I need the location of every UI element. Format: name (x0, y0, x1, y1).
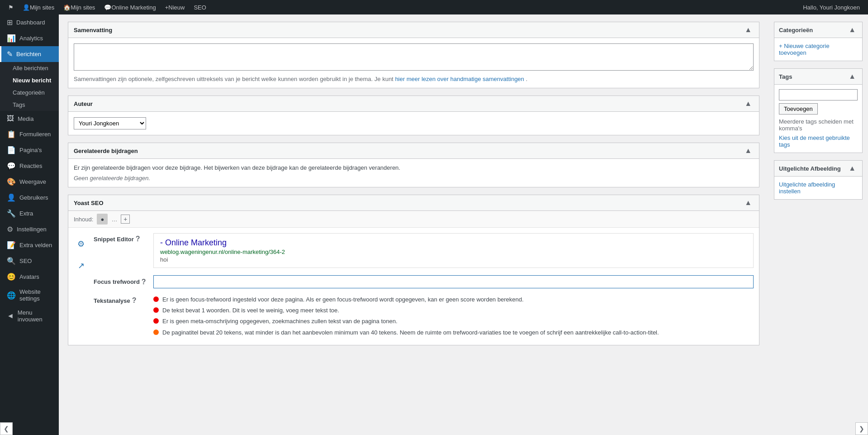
gerelateerde-body: Er zijn gerelateerde bijdragen voor deze… (68, 159, 759, 187)
home-icon: 🏠 (63, 4, 71, 11)
snippet-description: hoi (160, 256, 747, 263)
snippet-preview: - Online Marketing weblog.wageningenur.n… (153, 233, 754, 268)
yoast-add-tab[interactable]: + (121, 215, 130, 224)
paginas-icon: 📄 (7, 146, 16, 154)
focus-keyword-label: Focus trefwoord ? (94, 278, 148, 286)
snippet-url: weblog.wageningenur.nl/online-marketing/… (160, 249, 747, 255)
analysis-items: Er is geen focus-trefwoord ingesteld voo… (153, 296, 754, 339)
analysis-item-4: De paginatitel bevat 20 tekens, wat mind… (153, 329, 754, 337)
summary-description: Samenvattingen zijn optionele, zelfgesch… (74, 76, 754, 82)
adminbar-my-sites[interactable]: 👤 Mijn sites (18, 0, 59, 14)
sidebar-item-seo[interactable]: 🔍 SEO (0, 253, 59, 269)
sidebar-item-extra[interactable]: 🔧 Extra (0, 206, 59, 221)
summary-textarea[interactable] (74, 43, 754, 71)
adminbar-wp-logo[interactable]: ⚑ (4, 0, 18, 14)
snippet-help-icon[interactable]: ? (136, 235, 140, 243)
submenu-berichten: Alle berichten Nieuw bericht Categorieën… (0, 62, 59, 111)
sidebar-item-avatars[interactable]: 😊 Avatars (0, 269, 59, 285)
admin-menu: ⊞ Dashboard 📊 Analytics ✎ Berichten Alle… (0, 14, 59, 435)
yoast-body: Inhoud: ● … + ⚙ ↗ (68, 211, 759, 345)
set-featured-image-link[interactable]: Uitgelichte afbeelding instellen (779, 181, 835, 195)
bullet-red-2 (153, 307, 159, 313)
sidebar-item-website-settings[interactable]: 🌐 Website settings (0, 285, 59, 306)
berichten-icon: ✎ (7, 50, 13, 58)
sidebar-item-instellingen[interactable]: ⚙ Instellingen (0, 221, 59, 237)
adminbar-right: Hallo, Youri Jongkoen (798, 4, 864, 11)
comments-icon: 💬 (104, 4, 111, 11)
focus-help-icon[interactable]: ? (142, 278, 146, 286)
sidebar-item-formulieren[interactable]: 📋 Formulieren (0, 126, 59, 142)
sidebar-item-analytics[interactable]: 📊 Analytics (0, 30, 59, 46)
sidebar-item-menu-invouwen[interactable]: ◄ Menu invouwen (0, 306, 59, 326)
gerelateerde-box: Gerelateerde bijdragen ▲ Er zijn gerelat… (68, 143, 759, 187)
collapse-icon: ◄ (7, 312, 14, 320)
analysis-help-icon[interactable]: ? (132, 296, 137, 305)
auteur-toggle[interactable]: ▲ (743, 100, 754, 108)
choose-tags-link[interactable]: Kies uit de meest gebruikte tags (779, 134, 850, 148)
nav-right-icon: ❯ (859, 425, 864, 432)
bullet-orange-1 (153, 330, 159, 335)
yoast-content-area: ⚙ ↗ Snippet Editor ? (68, 228, 759, 345)
site-name-label: Mijn sites (71, 4, 95, 11)
submenu-tags[interactable]: Tags (0, 99, 59, 111)
adminbar-new[interactable]: + Nieuw (161, 0, 190, 14)
main-content: Samenvatting ▲ Samenvattingen zijn optio… (59, 14, 768, 435)
sidebar-item-weergave[interactable]: 🎨 Weergave (0, 174, 59, 190)
nav-left-button[interactable]: ❮ (0, 422, 13, 435)
submenu-categorieen[interactable]: Categorieën (0, 86, 59, 99)
gerelateerde-none: Geen gerelateerde bijdragen. (74, 175, 754, 182)
right-sidebar: Categorieën ▲ + Nieuwe categorie toevoeg… (768, 14, 868, 435)
yoast-toggle[interactable]: ▲ (743, 199, 754, 207)
add-category-link[interactable]: + Nieuwe categorie toevoegen (779, 43, 830, 56)
tags-add-button[interactable]: Toevoegen (779, 103, 818, 115)
focus-keyword-row: Focus trefwoord ? (94, 275, 754, 288)
submenu-alle-berichten[interactable]: Alle berichten (0, 62, 59, 74)
yoast-content-tab[interactable]: ● (97, 214, 108, 225)
yoast-gear-button[interactable]: ⚙ (74, 237, 88, 251)
sidebar-item-gebruikers[interactable]: 👤 Gebruikers (0, 190, 59, 206)
categorieen-sidebar-body: + Nieuwe categorie toevoegen (774, 38, 862, 61)
adminbar-seo[interactable]: SEO (189, 0, 210, 14)
media-icon: 🖼 (7, 115, 14, 123)
yoast-title: Yoast SEO (74, 200, 104, 206)
analysis-item-2: De tekst bevat 1 woorden. Dit is veel te… (153, 306, 754, 315)
auteur-box: Auteur ▲ Youri Jongkoen (68, 96, 759, 135)
avatars-icon: 😊 (7, 272, 16, 281)
author-select-wrap: Youri Jongkoen (74, 117, 754, 129)
instellingen-icon: ⚙ (7, 225, 13, 234)
yoast-share-button[interactable]: ↗ (74, 258, 88, 273)
sidebar-item-extra-velden[interactable]: 📝 Extra velden (0, 237, 59, 253)
adminbar-site-name[interactable]: 🏠 Mijn sites (59, 0, 100, 14)
author-select[interactable]: Youri Jongkoen (74, 117, 146, 129)
formulieren-icon: 📋 (7, 130, 16, 139)
summary-link[interactable]: hier meer lezen over handmatige samenvat… (395, 76, 524, 82)
yoast-main-content: Snippet Editor ? - Online Marketing webl… (94, 233, 754, 339)
gerelateerde-toggle[interactable]: ▲ (743, 147, 754, 155)
tags-input[interactable] (779, 89, 858, 100)
featured-image-sidebar-toggle[interactable]: ▲ (847, 164, 858, 172)
sidebar-item-berichten[interactable]: ✎ Berichten (0, 46, 59, 62)
dashboard-icon: ⊞ (7, 18, 13, 27)
categorieen-sidebar-toggle[interactable]: ▲ (847, 26, 858, 34)
tags-sidebar-toggle[interactable]: ▲ (847, 72, 858, 81)
extra-icon: 🔧 (7, 209, 16, 218)
focus-keyword-input[interactable] (153, 275, 754, 288)
featured-image-sidebar-body: Uitgelichte afbeelding instellen (774, 177, 862, 199)
sidebar-item-media[interactable]: 🖼 Media (0, 111, 59, 126)
yoast-more-tabs[interactable]: … (111, 216, 117, 223)
categorieen-sidebar-box: Categorieën ▲ + Nieuwe categorie toevoeg… (774, 22, 863, 61)
analytics-icon: 📊 (7, 34, 16, 43)
yoast-left-icons: ⚙ ↗ (74, 233, 88, 339)
samenvatting-header: Samenvatting ▲ (68, 22, 759, 38)
categorieen-sidebar-header: Categorieën ▲ (774, 22, 862, 38)
sidebar-item-dashboard[interactable]: ⊞ Dashboard (0, 14, 59, 30)
sidebar-item-reacties[interactable]: 💬 Reacties (0, 158, 59, 174)
samenvatting-toggle[interactable]: ▲ (743, 26, 754, 34)
sidebar-item-paginas[interactable]: 📄 Pagina's (0, 142, 59, 158)
adminbar-comments[interactable]: 💬 Online Marketing (100, 0, 160, 14)
snippet-title: - Online Marketing (160, 238, 747, 248)
submenu-nieuw-bericht[interactable]: Nieuw bericht (0, 74, 59, 86)
auteur-body: Youri Jongkoen (68, 112, 759, 135)
admin-bar: ⚑ 👤 Mijn sites 🏠 Mijn sites 💬 Online Mar… (0, 0, 868, 14)
nav-right-button[interactable]: ❯ (855, 422, 868, 435)
